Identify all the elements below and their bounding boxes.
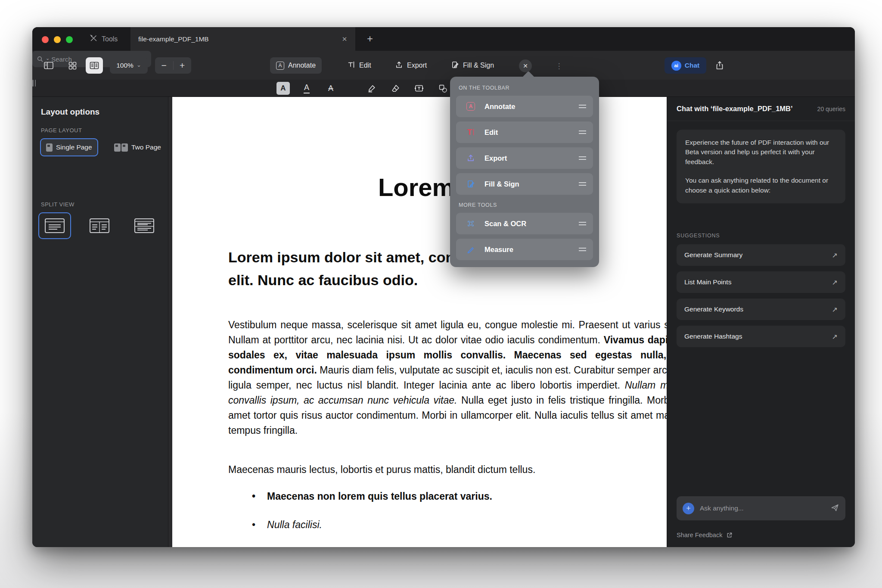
page-layout-section-label: PAGE LAYOUT <box>41 127 82 134</box>
bullet-marker: • <box>252 519 255 531</box>
document-heading-line2: elit. Nunc ac faucibus odio. <box>228 269 588 292</box>
edit-text-icon <box>348 61 355 70</box>
document-tab[interactable]: file-example_PDF_1MB ✕ <box>130 27 355 51</box>
share-button[interactable] <box>711 57 728 74</box>
popover-item-scan-ocr[interactable]: Scan & OCR <box>456 213 593 234</box>
arrow-up-right-icon: ↗ <box>832 333 838 341</box>
split-view-vertical-button[interactable] <box>83 212 116 239</box>
popover-item-edit[interactable]: T| Edit <box>456 121 593 143</box>
fill-sign-icon <box>451 61 459 71</box>
arrow-up-right-icon: ↗ <box>832 305 838 314</box>
drag-handle-icon[interactable] <box>579 222 586 225</box>
toolbar-resize-handle[interactable] <box>32 80 37 87</box>
pen-tool-button[interactable] <box>365 82 379 95</box>
split-view-section-label: SPLIT VIEW <box>41 201 75 208</box>
chat-input-box[interactable]: + <box>677 496 845 520</box>
arrow-up-right-icon: ↗ <box>832 251 838 259</box>
tab-annotate[interactable]: A Annotate <box>270 57 322 74</box>
thumbnails-view-button[interactable] <box>64 57 81 74</box>
tab-fill-sign-label: Fill & Sign <box>463 62 494 69</box>
split-view-horizontal-button[interactable] <box>128 212 161 239</box>
annotate-toolbar: A A A <box>32 80 855 97</box>
split-view-single-button[interactable] <box>38 212 71 239</box>
annotate-icon: A <box>276 62 284 70</box>
desktop-background: Tools file-example_PDF_1MB ✕ + <box>0 0 882 588</box>
new-tab-button[interactable]: + <box>363 32 377 46</box>
suggestion-generate-keywords[interactable]: Generate Keywords ↗ <box>677 299 845 320</box>
popover-item-annotate[interactable]: A Annotate <box>456 96 593 117</box>
two-page-label: Two Page <box>131 143 161 151</box>
ai-badge: ai <box>671 61 681 71</box>
toolbar-overflow-button[interactable]: ⋮ <box>554 59 564 72</box>
sidebar-toggle-button[interactable] <box>40 57 57 74</box>
ai-chat-button[interactable]: ai Chat <box>665 57 706 74</box>
suggestion-label: Generate Summary <box>684 251 742 259</box>
drag-handle-icon[interactable] <box>579 156 586 160</box>
reading-view-button[interactable] <box>86 57 103 74</box>
popover-item-measure[interactable]: Measure <box>456 239 593 260</box>
drag-handle-icon[interactable] <box>579 105 586 108</box>
underline-glyph: A <box>304 83 310 93</box>
drag-handle-icon[interactable] <box>579 131 586 134</box>
popover-item-export[interactable]: Export <box>456 147 593 169</box>
tools-label: Tools <box>102 35 118 43</box>
chat-panel: Chat with ‘file-example_PDF_1MB’ 20 quer… <box>667 97 855 547</box>
attach-plus-icon[interactable]: + <box>683 503 694 514</box>
suggestion-generate-hashtags[interactable]: Generate Hashtags ↗ <box>677 326 845 347</box>
chat-input[interactable] <box>700 504 825 512</box>
tab-export[interactable]: Export <box>389 57 433 74</box>
send-icon[interactable] <box>830 503 839 514</box>
measure-icon <box>466 244 476 255</box>
popover-item-label: Edit <box>484 128 498 137</box>
two-page-icon <box>114 143 128 152</box>
suggestion-generate-summary[interactable]: Generate Summary ↗ <box>677 244 845 266</box>
zoom-window-button[interactable] <box>66 36 73 43</box>
suggestion-list-main-points[interactable]: List Main Points ↗ <box>677 271 845 293</box>
external-link-icon <box>726 532 733 538</box>
chat-header: Chat with ‘file-example_PDF_1MB’ 20 quer… <box>667 97 855 121</box>
zoom-in-button[interactable]: + <box>174 57 192 74</box>
chat-title: Chat with ‘file-example_PDF_1MB’ <box>677 105 793 113</box>
scan-ocr-icon <box>466 218 476 229</box>
close-window-button[interactable] <box>42 36 49 43</box>
single-page-button[interactable]: Single Page <box>40 138 98 156</box>
tab-edit-label: Edit <box>359 62 371 69</box>
popover-item-label: Scan & OCR <box>484 220 526 228</box>
eraser-tool-button[interactable] <box>388 82 402 95</box>
single-page-label: Single Page <box>56 143 92 151</box>
close-toolbar-button[interactable]: ✕ <box>519 59 532 72</box>
tools-menu[interactable]: Tools <box>90 27 118 51</box>
minimize-window-button[interactable] <box>54 36 61 43</box>
drag-handle-icon[interactable] <box>579 182 586 186</box>
single-page-icon <box>46 143 53 152</box>
export-icon <box>395 61 403 71</box>
strikethrough-tool-button[interactable]: A <box>324 82 337 95</box>
zoom-level-dropdown[interactable]: 100% ⌄ <box>110 57 148 74</box>
underline-tool-button[interactable]: A <box>300 82 313 95</box>
zoom-out-button[interactable]: − <box>155 57 173 74</box>
toolbar-customize-popover: ON THE TOOLBAR A Annotate T| Edit Export <box>450 77 599 267</box>
popover-item-label: Fill & Sign <box>484 180 519 188</box>
fill-sign-icon <box>466 179 476 189</box>
tab-close-icon[interactable]: ✕ <box>340 34 349 44</box>
document-paragraph-1: Vestibulum neque massa, scelerisque sit … <box>228 317 686 438</box>
document-bullet-2: • Nulla facilisi. <box>252 519 322 531</box>
bullet-marker: • <box>252 491 255 502</box>
document-paragraph-2: Maecenas mauris lectus, lobortis et puru… <box>228 464 724 476</box>
share-feedback-link[interactable]: Share Feedback <box>677 532 733 538</box>
highlight-tool-button[interactable]: A <box>276 82 290 95</box>
tab-fill-sign[interactable]: Fill & Sign <box>445 57 500 74</box>
shapes-tool-button[interactable] <box>436 82 450 95</box>
main-toolbar: 100% ⌄ − + A Annotate Edit <box>32 51 855 80</box>
drag-handle-icon[interactable] <box>579 248 586 251</box>
chevron-down-icon: ⌄ <box>137 62 141 68</box>
two-page-button[interactable]: Two Page <box>109 138 166 156</box>
tab-edit[interactable]: Edit <box>342 57 377 74</box>
arrow-up-right-icon: ↗ <box>832 278 838 286</box>
text-box-tool-button[interactable] <box>412 82 426 95</box>
chat-button-label: Chat <box>685 62 699 69</box>
tab-bar: Tools file-example_PDF_1MB ✕ + <box>32 27 855 51</box>
popover-item-fill-sign[interactable]: Fill & Sign <box>456 173 593 195</box>
document-bullet-1: • Maecenas non lorem quis tellus placera… <box>252 491 492 502</box>
tab-export-label: Export <box>407 62 427 69</box>
